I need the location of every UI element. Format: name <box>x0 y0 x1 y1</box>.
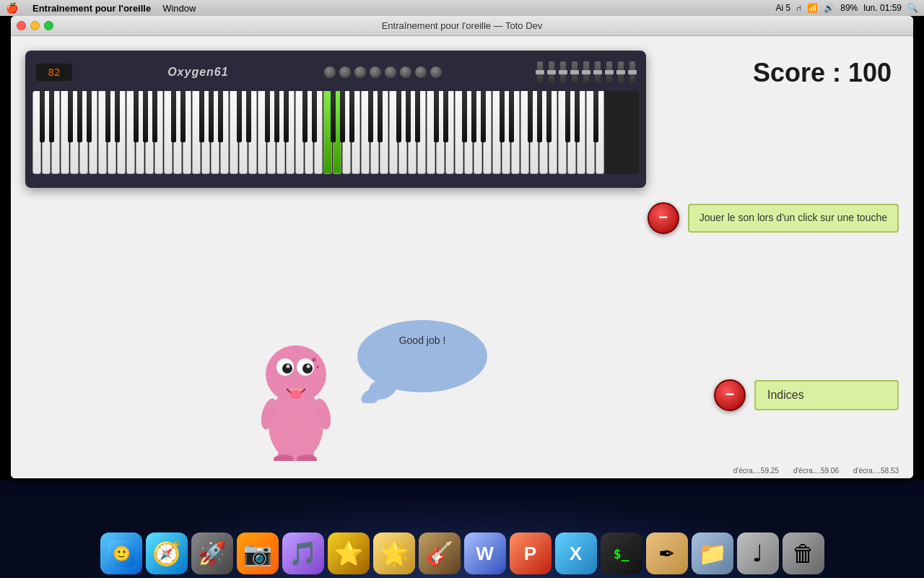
black-key-0-4[interactable] <box>77 91 82 142</box>
black-key-3-5[interactable] <box>284 91 289 142</box>
black-key-2-4[interactable] <box>209 91 214 142</box>
black-key-0-0[interactable] <box>40 91 45 142</box>
knob-5 <box>385 66 396 78</box>
black-key-7-0[interactable] <box>500 91 505 142</box>
close-button[interactable] <box>17 21 26 30</box>
indices-toggle[interactable] <box>714 379 746 411</box>
black-key-6-0[interactable] <box>434 91 439 142</box>
speech-bubble-area: Good job ! <box>350 316 494 406</box>
piano-keys[interactable] <box>32 91 639 174</box>
play-sound-option: Jouer le son lors d'un click sur une tou… <box>648 202 899 234</box>
mascot-svg <box>256 309 336 461</box>
dock-rocket[interactable]: 🚀 <box>191 532 233 574</box>
black-key-2-0[interactable] <box>171 91 176 142</box>
dock: 🙂 🧭 🚀 📷 🎵 ⭐ 🌟 🎸 W P X $_ ✒ 📁 ♩ 🗑 <box>0 532 924 574</box>
dock-terminal[interactable]: $_ <box>601 532 642 574</box>
dock-word[interactable]: W <box>464 532 506 574</box>
black-key-3-0[interactable] <box>237 91 242 142</box>
black-key-4-1[interactable] <box>312 91 317 142</box>
svg-point-6 <box>287 365 290 368</box>
black-key-5-3[interactable] <box>396 91 401 142</box>
black-key-5-4[interactable] <box>406 91 411 142</box>
keyboard-brand: Oxygen61 <box>167 66 228 79</box>
black-key-6-5[interactable] <box>481 91 486 142</box>
black-key-6-1[interactable] <box>443 91 448 142</box>
black-key-7-1[interactable] <box>509 91 514 142</box>
black-key-5-5[interactable] <box>415 91 420 142</box>
dock-photos[interactable]: 📷 <box>237 532 279 574</box>
menubar-sound-icon: 🔊 <box>824 3 834 13</box>
black-key-8-1[interactable] <box>575 91 580 142</box>
black-key-5-1[interactable] <box>378 91 383 142</box>
black-key-4-0[interactable] <box>302 91 308 142</box>
dock-itunes[interactable]: 🎵 <box>282 532 324 574</box>
svg-point-8 <box>312 358 316 362</box>
score-area: Score : 100 <box>753 58 892 88</box>
black-key-2-3[interactable] <box>199 91 204 142</box>
black-key-4-4[interactable] <box>340 91 345 142</box>
black-key-6-4[interactable] <box>471 91 476 142</box>
play-sound-label: Jouer le son lors d'un click sur une tou… <box>688 204 899 233</box>
dock-ppt[interactable]: P <box>510 532 552 574</box>
black-key-8-3[interactable] <box>593 91 598 142</box>
black-key-4-5[interactable] <box>349 91 354 142</box>
knob-6 <box>400 66 411 78</box>
main-window: Entraînement pour l'oreille — Toto Dev 8… <box>11 16 913 478</box>
dock-safari[interactable]: 🧭 <box>146 532 188 574</box>
black-key-0-3[interactable] <box>68 91 73 142</box>
window-titlebar: Entraînement pour l'oreille — Toto Dev <box>11 16 913 36</box>
black-key-1-4[interactable] <box>143 91 148 142</box>
knob-2 <box>339 66 351 78</box>
dock-garageband[interactable]: 🎸 <box>419 532 461 574</box>
dock-star1[interactable]: ⭐ <box>328 532 370 574</box>
black-key-0-1[interactable] <box>49 91 54 142</box>
black-key-7-5[interactable] <box>546 91 552 142</box>
minimize-button[interactable] <box>30 21 40 30</box>
dock-files[interactable]: 📁 <box>692 532 733 574</box>
black-key-6-3[interactable] <box>462 91 467 142</box>
dock-music[interactable]: ♩ <box>737 532 779 574</box>
menubar-window[interactable]: Window <box>162 3 196 14</box>
black-key-3-4[interactable] <box>274 91 279 142</box>
status-item-1: d'écra....59.25 <box>733 467 779 475</box>
knob-8 <box>430 66 442 78</box>
black-key-8-0[interactable] <box>565 91 570 142</box>
black-key-1-1[interactable] <box>115 91 120 142</box>
knob-3 <box>354 66 366 78</box>
keyboard-display: 82 <box>36 64 72 81</box>
dock-trash[interactable]: 🗑 <box>783 532 824 574</box>
black-key-1-5[interactable] <box>152 91 157 142</box>
window-title: Entraînement pour l'oreille — Toto Dev <box>382 20 543 31</box>
menubar-status-right: Ai 5 ⑁ 📶 🔊 89% lun. 01:59 🔍 <box>776 3 918 13</box>
dock-xcode[interactable]: X <box>555 532 597 574</box>
black-key-3-1[interactable] <box>246 91 251 142</box>
black-key-4-3[interactable] <box>331 91 336 142</box>
maximize-button[interactable] <box>44 21 53 30</box>
play-sound-toggle[interactable] <box>648 202 679 234</box>
speech-bubble-svg <box>350 316 494 403</box>
dock-star2[interactable]: 🌟 <box>373 532 415 574</box>
black-key-1-0[interactable] <box>105 91 110 142</box>
menubar-search-icon[interactable]: 🔍 <box>907 3 918 13</box>
menubar: 🍎 Entraînement pour l'oreille Window Ai … <box>0 0 924 16</box>
dock-finder[interactable]: 🙂 <box>100 532 142 574</box>
status-bar-items: d'écra....59.25 d'écra....59.06 d'écra..… <box>733 467 899 475</box>
black-key-1-3[interactable] <box>134 91 139 142</box>
black-key-7-4[interactable] <box>537 91 542 142</box>
svg-point-9 <box>316 366 319 368</box>
traffic-lights <box>17 21 53 30</box>
black-key-7-3[interactable] <box>528 91 533 142</box>
speech-text: Good job ! <box>365 335 480 346</box>
black-key-0-5[interactable] <box>87 91 92 142</box>
menubar-app-name[interactable]: Entraînement pour l'oreille <box>32 3 151 14</box>
black-key-2-5[interactable] <box>218 91 223 142</box>
menubar-battery: 89% <box>840 3 858 13</box>
black-key-2-1[interactable] <box>180 91 186 142</box>
dock-acrobat[interactable]: ✒ <box>646 532 688 574</box>
apple-menu[interactable]: 🍎 <box>6 2 18 14</box>
black-key-5-0[interactable] <box>368 91 373 142</box>
svg-point-7 <box>307 365 310 368</box>
black-key-3-3[interactable] <box>265 91 270 142</box>
keyboard-image: 82 Oxygen61 <box>25 51 646 188</box>
knob-4 <box>370 66 381 78</box>
